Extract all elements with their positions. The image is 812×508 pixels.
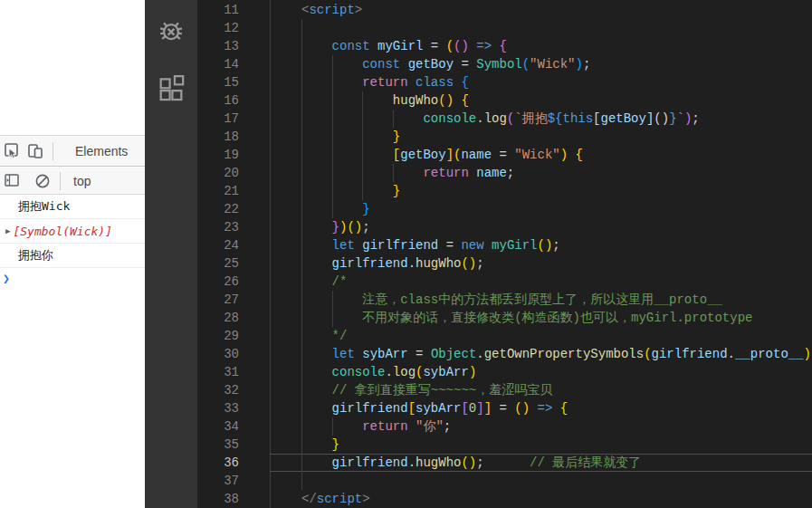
code-line[interactable]: 11<script>	[197, 1, 812, 19]
line-number[interactable]: 28	[197, 309, 239, 327]
code-editor[interactable]: 11<script>1213 const myGirl = (() => {14…	[197, 0, 812, 508]
code-text: return name;	[301, 164, 514, 182]
console-sidebar-icon[interactable]	[0, 169, 24, 193]
code-text: </script>	[301, 490, 370, 508]
code-text: console.log(sybArr)	[301, 363, 476, 381]
code-line[interactable]: 30 let sybArr = Object.getOwnPropertySym…	[197, 345, 812, 363]
line-number[interactable]: 12	[197, 19, 239, 37]
code-line[interactable]: 35 }	[197, 436, 812, 454]
code-line[interactable]: 25 girlfriend.hugWho();	[197, 254, 812, 273]
code-text: 不用对象的话，直接修改类(构造函数)也可以，myGirl.prototype	[301, 309, 752, 327]
line-number[interactable]: 16	[197, 91, 239, 110]
code-line[interactable]: 20 return name;	[197, 164, 812, 182]
code-text: let girlfriend = new myGirl();	[301, 236, 560, 254]
activity-bar	[145, 0, 197, 508]
line-number[interactable]: 19	[197, 146, 239, 164]
line-number[interactable]: 14	[197, 55, 239, 73]
line-number[interactable]: 20	[197, 164, 239, 182]
code-line[interactable]: 16 hugWho() {	[197, 91, 812, 110]
line-number[interactable]: 17	[197, 110, 239, 128]
devtools-panel: Elements top 拥抱Wick▶[Symbol(Wick)]拥抱你❯	[0, 0, 145, 508]
line-number[interactable]: 13	[197, 37, 239, 55]
code-line[interactable]: 17 console.log(`拥抱${this[getBoy]()}`);	[197, 110, 812, 128]
code-line[interactable]: 13 const myGirl = (() => {	[197, 37, 812, 55]
code-text: */	[301, 327, 347, 345]
toolbar-separator	[53, 142, 53, 160]
debug-bug-x-icon[interactable]	[155, 14, 187, 46]
clear-console-icon[interactable]	[31, 169, 54, 193]
code-text: [getBoy](name = "Wick") {	[301, 146, 583, 164]
line-number[interactable]: 36	[197, 454, 239, 472]
code-line[interactable]: 34 return "你";	[197, 417, 812, 436]
console-log-row: 拥抱你	[0, 244, 145, 268]
code-text: 注意，class中的方法都丢到原型上了，所以这里用__proto__	[301, 291, 722, 309]
indent-guide	[301, 19, 302, 37]
code-text: console.log(`拥抱${this[getBoy]()}`);	[301, 110, 700, 128]
line-number[interactable]: 33	[197, 399, 239, 417]
line-number[interactable]: 30	[197, 345, 239, 363]
console-array-row[interactable]: ▶[Symbol(Wick)]	[0, 219, 145, 244]
line-number[interactable]: 35	[197, 436, 239, 454]
line-number[interactable]: 23	[197, 218, 239, 236]
extensions-icon[interactable]	[155, 72, 187, 105]
tab-elements[interactable]: Elements	[75, 144, 128, 158]
code-line[interactable]: 27 注意，class中的方法都丢到原型上了，所以这里用__proto__	[197, 291, 812, 309]
line-number[interactable]: 25	[197, 254, 239, 273]
code-line[interactable]: 37	[197, 472, 812, 490]
code-line[interactable]: 33 girlfriend[sybArr[0]] = () => {	[197, 399, 812, 417]
code-text: }	[301, 436, 339, 454]
code-line[interactable]: 21 }	[197, 182, 812, 200]
context-selector-top[interactable]: top	[73, 174, 91, 188]
code-line[interactable]: 24 let girlfriend = new myGirl();	[197, 236, 812, 254]
code-line[interactable]: 12	[197, 19, 812, 37]
code-text: <script>	[301, 1, 362, 19]
line-number[interactable]: 11	[197, 1, 239, 19]
code-line[interactable]: 23 })();	[197, 218, 812, 236]
code-line[interactable]: 15 return class {	[197, 73, 812, 91]
console-prompt[interactable]: ❯	[0, 268, 145, 288]
line-number[interactable]: 15	[197, 73, 239, 91]
code-line[interactable]: 26 /*	[197, 273, 812, 291]
line-number[interactable]: 26	[197, 273, 239, 291]
line-number[interactable]: 37	[197, 472, 239, 490]
code-line[interactable]: 19 [getBoy](name = "Wick") {	[197, 146, 812, 164]
code-lines: 11<script>1213 const myGirl = (() => {14…	[197, 1, 812, 508]
line-number[interactable]: 18	[197, 128, 239, 146]
line-number[interactable]: 27	[197, 291, 239, 309]
line-number[interactable]: 34	[197, 417, 239, 436]
indent-guide	[301, 472, 302, 490]
line-number[interactable]: 32	[197, 381, 239, 399]
line-number[interactable]: 38	[197, 490, 239, 508]
code-line[interactable]: 38</script>	[197, 490, 812, 508]
console-prompt-chevron-icon: ❯	[3, 272, 10, 285]
expand-triangle-icon[interactable]: ▶	[5, 226, 10, 235]
code-line[interactable]: 29 */	[197, 327, 812, 345]
code-text: // 拿到直接重写~~~~~~，羞涩吗宝贝	[301, 381, 552, 399]
code-line[interactable]: 22 }	[197, 200, 812, 218]
console-message-text: 拥抱Wick	[18, 198, 70, 215]
device-toolbar-icon[interactable]	[24, 139, 47, 163]
code-line[interactable]: 32 // 拿到直接重写~~~~~~，羞涩吗宝贝	[197, 381, 812, 399]
console-message-text: 拥抱你	[18, 247, 53, 264]
toolbar-separator	[60, 172, 61, 190]
devtools-tab-bar: Elements	[0, 135, 145, 167]
code-text: /*	[301, 273, 347, 291]
code-text: }	[301, 200, 370, 218]
console-toolbar: top	[0, 168, 145, 195]
console-messages: 拥抱Wick▶[Symbol(Wick)]拥抱你❯	[0, 195, 145, 288]
code-line[interactable]: 36 girlfriend.hugWho(); // 最后结果就变了	[197, 454, 812, 472]
line-number[interactable]: 24	[197, 236, 239, 254]
code-line[interactable]: 14 const getBoy = Symbol("Wick");	[197, 55, 812, 73]
code-line[interactable]: 31 console.log(sybArr)	[197, 363, 812, 381]
code-text: const myGirl = (() => {	[301, 37, 507, 55]
code-line[interactable]: 28 不用对象的话，直接修改类(构造函数)也可以，myGirl.prototyp…	[197, 309, 812, 327]
inspect-element-icon[interactable]	[0, 139, 24, 163]
line-number[interactable]: 21	[197, 182, 239, 200]
code-text: }	[301, 128, 400, 146]
line-number[interactable]: 22	[197, 200, 239, 218]
code-line[interactable]: 18 }	[197, 128, 812, 146]
line-number[interactable]: 31	[197, 363, 239, 381]
code-text: const getBoy = Symbol("Wick");	[301, 55, 590, 73]
code-text: girlfriend.hugWho(); // 最后结果就变了	[301, 454, 641, 472]
line-number[interactable]: 29	[197, 327, 239, 345]
